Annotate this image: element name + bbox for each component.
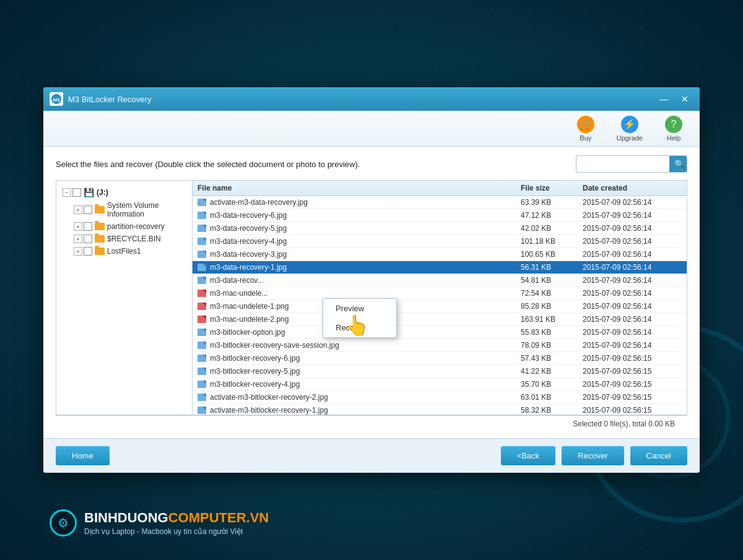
file-size: 85.28 KB: [521, 302, 583, 311]
help-button[interactable]: ? Help: [660, 113, 687, 144]
file-row[interactable]: m3-mac-undele...72.54 KB2015-07-09 02:56…: [193, 287, 687, 300]
recover-button[interactable]: Recover: [562, 446, 624, 465]
search-input[interactable]: [576, 157, 669, 171]
tree-root-label: (J:): [97, 188, 108, 197]
file-date: 2015-07-09 02:56:14: [583, 328, 682, 337]
file-size: 54.81 KB: [521, 276, 583, 285]
file-row[interactable]: m3-bitlocker-recovery-6.jpg57.43 KB2015-…: [193, 352, 687, 365]
file-row[interactable]: m3-bitlocker-recovery-save-session.jpg78…: [193, 339, 687, 352]
folder-icon: [95, 223, 105, 230]
tree-item-label: System Volume Information: [107, 201, 186, 218]
minimize-button[interactable]: —: [655, 92, 672, 106]
column-size-header: File size: [521, 184, 583, 192]
file-row[interactable]: m3-data-recovery-1.jpg56.31 KB2015-07-09…: [193, 261, 687, 274]
tree-item[interactable]: + System Volume Information: [71, 199, 188, 220]
instruction-text: Select the files and recover (Double cli…: [56, 160, 360, 169]
file-icon: [198, 264, 206, 271]
folder-icon: [95, 206, 105, 213]
tree-root-item[interactable]: − 💾 (J:): [60, 186, 188, 199]
item-checkbox[interactable]: [84, 205, 92, 214]
app-icon: M3: [50, 92, 63, 106]
file-date: 2015-07-09 02:56:14: [583, 211, 682, 220]
brand-name-white: BINHDUONG: [84, 510, 168, 525]
brand-tagline: Dịch vụ Laptop - Macbook uy tín của ngườ…: [84, 527, 269, 536]
context-menu-recover[interactable]: Recover: [323, 318, 396, 337]
file-size: 101.18 KB: [521, 237, 583, 246]
file-name: m3-data-recovery-5.jpg: [210, 224, 521, 233]
file-name: m3-data-recovery-6.jpg: [210, 211, 521, 220]
context-menu-preview[interactable]: Preview: [323, 299, 396, 318]
item-checkbox[interactable]: [84, 235, 92, 243]
file-row[interactable]: activate-m3-data-recovery.jpg63.39 KB201…: [193, 196, 687, 209]
file-icon: [198, 251, 206, 258]
file-date: 2015-07-09 02:56:15: [583, 354, 682, 363]
help-label: Help: [667, 134, 681, 142]
back-button[interactable]: <Back: [501, 446, 556, 465]
tree-item[interactable]: + $RECYCLE.BIN: [71, 233, 188, 245]
main-panel: − 💾 (J:) + System Volume Information: [56, 180, 687, 415]
upgrade-icon: ⚡: [621, 116, 638, 133]
app-window: M3 M3 BitLocker Recovery — ✕ 🛒 Buy ⚡ Upg…: [43, 87, 700, 473]
file-icon: [198, 342, 206, 349]
help-icon: ?: [665, 116, 682, 133]
window-controls: — ✕: [655, 92, 693, 106]
file-icon: [198, 303, 206, 310]
buy-button[interactable]: 🛒 Buy: [572, 113, 599, 144]
file-date: 2015-07-09 02:56:14: [583, 224, 682, 233]
file-date: 2015-07-09 02:56:15: [583, 406, 682, 415]
folder-icon: [95, 248, 105, 255]
file-row[interactable]: m3-mac-undelete-1.png85.28 KB2015-07-09 …: [193, 300, 687, 313]
file-row[interactable]: m3-bitlocker-option.jpg55.83 KB2015-07-0…: [193, 326, 687, 339]
file-icon: [198, 381, 206, 388]
item-checkbox[interactable]: [84, 247, 92, 256]
file-icon: [198, 212, 206, 219]
navigation-buttons: <Back Recover Cancel: [501, 446, 687, 465]
file-row[interactable]: m3-bitlocker-recovery-4.jpg35.70 KB2015-…: [193, 378, 687, 391]
file-size: 100.65 KB: [521, 250, 583, 259]
toolbar: 🛒 Buy ⚡ Upgrade ? Help: [43, 111, 700, 147]
close-button[interactable]: ✕: [676, 92, 693, 106]
home-button[interactable]: Home: [56, 446, 110, 465]
file-name: activate-m3-bitlocker-recovery-2.jpg: [210, 393, 521, 402]
file-size: 163.91 KB: [521, 315, 583, 324]
item-checkbox[interactable]: [84, 222, 92, 231]
file-size: 41.22 KB: [521, 367, 583, 376]
expand-icon[interactable]: +: [74, 235, 82, 243]
tree-item[interactable]: + LostFiles1: [71, 245, 188, 257]
upgrade-button[interactable]: ⚡ Upgrade: [612, 113, 648, 144]
file-row[interactable]: m3-data-recovery-6.jpg47.12 KB2015-07-09…: [193, 209, 687, 222]
tree-panel: − 💾 (J:) + System Volume Information: [56, 181, 193, 415]
expand-icon[interactable]: +: [74, 205, 82, 214]
file-row[interactable]: activate-m3-bitlocker-recovery-1.jpg58.3…: [193, 404, 687, 415]
expand-icon[interactable]: +: [74, 247, 82, 256]
file-size: 47.12 KB: [521, 211, 583, 220]
search-button[interactable]: 🔍: [669, 156, 687, 172]
expand-icon[interactable]: −: [63, 188, 71, 197]
expand-icon[interactable]: +: [74, 222, 82, 231]
file-row[interactable]: m3-data-recovery-3.jpg100.65 KB2015-07-0…: [193, 248, 687, 261]
file-row[interactable]: m3-data-recovery-5.jpg42.02 KB2015-07-09…: [193, 222, 687, 235]
file-name: activate-m3-bitlocker-recovery-1.jpg: [210, 406, 521, 415]
tree-children: + System Volume Information + partition-…: [60, 199, 188, 257]
file-row[interactable]: m3-bitlocker-recovery-5.jpg41.22 KB2015-…: [193, 365, 687, 378]
file-size: 57.43 KB: [521, 354, 583, 363]
bottom-bar: Home <Back Recover Cancel: [43, 438, 700, 473]
file-date: 2015-07-09 02:56:14: [583, 341, 682, 350]
tree-item[interactable]: + partition-recovery: [71, 220, 188, 233]
file-name: m3-data-recovery-3.jpg: [210, 250, 521, 259]
root-checkbox[interactable]: [72, 188, 81, 197]
file-row[interactable]: m3-data-recovery-4.jpg101.18 KB2015-07-0…: [193, 235, 687, 248]
column-name-header: File name: [198, 184, 521, 192]
file-row[interactable]: activate-m3-bitlocker-recovery-2.jpg63.0…: [193, 391, 687, 404]
file-row[interactable]: m3-data-recov...54.81 KB2015-07-09 02:56…: [193, 274, 687, 287]
brand-name-orange: COMPUTER.VN: [168, 510, 269, 525]
cancel-button[interactable]: Cancel: [630, 446, 687, 465]
file-date: 2015-07-09 02:56:14: [583, 237, 682, 246]
file-icon: [198, 277, 206, 284]
file-name: m3-data-recovery-1.jpg: [210, 263, 521, 272]
file-date: 2015-07-09 02:56:14: [583, 302, 682, 311]
file-size: 63.01 KB: [521, 393, 583, 402]
file-icon: [198, 368, 206, 375]
file-name: m3-bitlocker-recovery-6.jpg: [210, 354, 521, 363]
file-row[interactable]: m3-mac-undelete-2.png163.91 KB2015-07-09…: [193, 313, 687, 326]
